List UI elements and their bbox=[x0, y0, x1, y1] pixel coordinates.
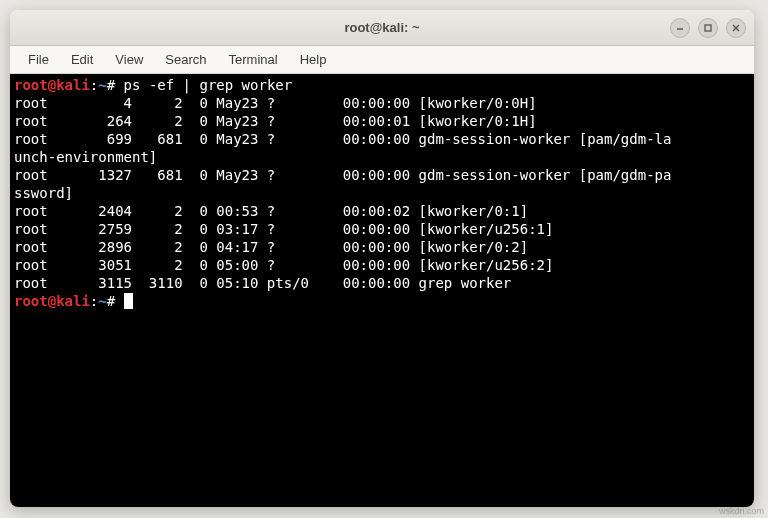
menu-terminal[interactable]: Terminal bbox=[219, 49, 288, 70]
menubar: File Edit View Search Terminal Help bbox=[10, 46, 754, 74]
window-controls bbox=[670, 18, 746, 38]
output-line: root 264 2 0 May23 ? 00:00:01 [kworker/0… bbox=[14, 112, 750, 130]
output-line: ssword] bbox=[14, 184, 750, 202]
prompt-symbol: # bbox=[107, 77, 115, 93]
titlebar: root@kali: ~ bbox=[10, 10, 754, 46]
menu-search[interactable]: Search bbox=[155, 49, 216, 70]
output-line: root 4 2 0 May23 ? 00:00:00 [kworker/0:0… bbox=[14, 94, 750, 112]
maximize-button[interactable] bbox=[698, 18, 718, 38]
window-title: root@kali: ~ bbox=[344, 20, 419, 35]
prompt-user-host: root@kali bbox=[14, 77, 90, 93]
output-line: root 2404 2 0 00:53 ? 00:00:02 [kworker/… bbox=[14, 202, 750, 220]
prompt-line: root@kali:~# ps -ef | grep worker bbox=[14, 76, 750, 94]
terminal-viewport[interactable]: root@kali:~# ps -ef | grep workerroot 4 … bbox=[10, 74, 754, 507]
output-line: root 2896 2 0 04:17 ? 00:00:00 [kworker/… bbox=[14, 238, 750, 256]
prompt-symbol: # bbox=[107, 293, 115, 309]
prompt-user-host: root@kali bbox=[14, 293, 90, 309]
menu-view[interactable]: View bbox=[105, 49, 153, 70]
output-line: root 2759 2 0 03:17 ? 00:00:00 [kworker/… bbox=[14, 220, 750, 238]
prompt-path: ~ bbox=[98, 293, 106, 309]
output-line: root 3051 2 0 05:00 ? 00:00:00 [kworker/… bbox=[14, 256, 750, 274]
output-line: root 3115 3110 0 05:10 pts/0 00:00:00 gr… bbox=[14, 274, 750, 292]
output-line: root 699 681 0 May23 ? 00:00:00 gdm-sess… bbox=[14, 130, 750, 148]
menu-edit[interactable]: Edit bbox=[61, 49, 103, 70]
prompt-line: root@kali:~# bbox=[14, 292, 750, 310]
menu-file[interactable]: File bbox=[18, 49, 59, 70]
command-text: ps -ef | grep worker bbox=[124, 77, 293, 93]
svg-rect-1 bbox=[705, 25, 711, 31]
cursor bbox=[124, 293, 133, 309]
minimize-button[interactable] bbox=[670, 18, 690, 38]
close-button[interactable] bbox=[726, 18, 746, 38]
menu-help[interactable]: Help bbox=[290, 49, 337, 70]
prompt-path: ~ bbox=[98, 77, 106, 93]
terminal-window: root@kali: ~ File Edit View Search Termi… bbox=[10, 10, 754, 507]
output-line: root 1327 681 0 May23 ? 00:00:00 gdm-ses… bbox=[14, 166, 750, 184]
watermark: wskdri.com bbox=[719, 506, 764, 516]
output-line: unch-environment] bbox=[14, 148, 750, 166]
